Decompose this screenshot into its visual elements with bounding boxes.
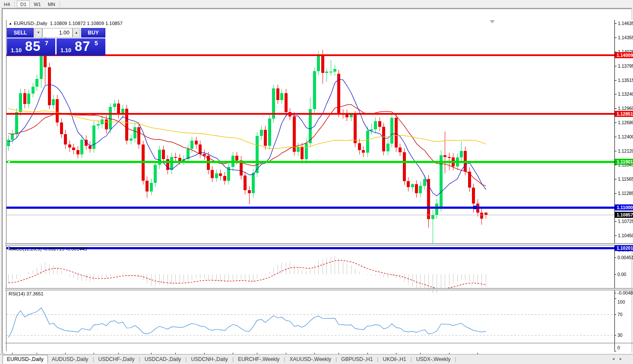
price-tick-label: 1.11565 <box>618 176 633 182</box>
tab-usdx-weekly[interactable]: USDX-,Weekly <box>412 355 455 364</box>
axis-divider <box>614 20 615 351</box>
macd-tick-mark <box>614 257 616 258</box>
price-tick-label: 1.11285 <box>618 191 633 196</box>
price-level-badge: 1.12851 <box>615 111 633 117</box>
price-tick-label: 1.13795 <box>618 63 633 69</box>
price-level-badge: 1.11000 <box>615 204 633 210</box>
sell-price-main: 85 <box>25 39 41 54</box>
rsi-axis-label: 100 <box>617 299 625 304</box>
tab-separator: | <box>455 356 456 362</box>
timeframe-button-d1[interactable]: D1 <box>17 0 30 8</box>
volume-increase-button[interactable]: ▲ <box>73 28 80 38</box>
tab-usdchf-daily[interactable]: USDCHF-,Daily <box>95 355 139 364</box>
tab-separator: | <box>335 356 337 362</box>
chart-title: ▲EURUSD-,Daily 1.10809 1.10872 1.10809 1… <box>9 21 123 26</box>
chart-symbol-label: EURUSD-,Daily <box>14 21 47 26</box>
panel-separator[interactable] <box>5 288 633 290</box>
price-tick-label: 1.12680 <box>618 120 633 125</box>
rsi-tick-mark <box>614 298 616 299</box>
tab-eurusd-daily[interactable]: EURUSD-,Daily <box>3 355 48 364</box>
toolbar-separator <box>60 1 60 7</box>
macd-axis-label: 0.00 <box>617 272 626 277</box>
chart-tab-bar: EURUSD-,DailyAUDUSD-,Daily|USDCHF-,Daily… <box>0 354 633 364</box>
macd-axis-label: -0.004806 <box>617 290 633 295</box>
chart-window: ▲EURUSD-,Daily 1.10809 1.10872 1.10809 1… <box>2 8 632 354</box>
macd-axis-label: 0.004517 <box>617 255 633 260</box>
sell-price-box[interactable]: 1.10 85 7 <box>7 38 55 56</box>
price-tick-mark <box>615 193 617 194</box>
symbol-triangle-icon: ▲ <box>9 22 12 25</box>
tab-separator: | <box>377 356 378 362</box>
tab-separator: | <box>411 356 412 362</box>
price-tick-label: 1.13240 <box>618 91 633 97</box>
timeframe-button-w1[interactable]: W1 <box>31 1 44 8</box>
price-level-badge: 1.11901 <box>615 159 633 165</box>
tab-separator: | <box>92 356 94 362</box>
price-tick-label: 1.10450 <box>618 233 633 238</box>
volume-decrease-button[interactable]: ▼ <box>35 28 42 38</box>
toolbar-separator <box>14 1 15 7</box>
tab-eurchf-weekly[interactable]: EURCHF-,Weekly <box>234 355 283 364</box>
tab-ukoil-h1[interactable]: UKOil-,H1 <box>379 355 410 364</box>
tab-separator: | <box>284 356 285 362</box>
volume-input[interactable]: 1.00 <box>42 28 73 38</box>
buy-price-prefix: 1.10 <box>60 47 71 53</box>
price-level-badge: 1.10857 <box>615 212 633 218</box>
buy-price-box[interactable]: 1.10 87 5 <box>57 38 105 56</box>
price-tick-label: 1.13515 <box>618 78 633 83</box>
chart-shift-marker-icon[interactable] <box>490 20 495 23</box>
tab-separator: | <box>185 356 187 362</box>
tab-usdcnh-daily[interactable]: USDCNH-,Daily <box>187 355 231 364</box>
date-axis-border <box>5 343 633 343</box>
price-tick-mark <box>615 122 617 123</box>
timeframe-toolbar: H4D1W1MN <box>0 0 633 8</box>
sell-button[interactable]: SELL <box>7 28 34 38</box>
price-tick-label: 1.14355 <box>618 35 633 40</box>
mt4-terminal: H4D1W1MN ▲EURUSD-,Daily 1.10809 1.10872 … <box>0 0 633 364</box>
trade-panel-controls: SELL ▼ 1.00 ▲ BUY <box>7 28 105 38</box>
rsi-tick-mark <box>614 351 616 351</box>
price-axis[interactable]: 1.146351.143551.140751.137951.135151.132… <box>615 20 633 251</box>
price-tick-label: 1.10725 <box>618 219 633 224</box>
price-tick-mark <box>615 221 617 222</box>
price-tick-label: 1.14635 <box>618 21 633 26</box>
price-level-badge: 1.14009 <box>615 52 633 58</box>
tab-scroll-left-icon[interactable]: ◂ <box>612 356 620 361</box>
tab-gbpusd-h1[interactable]: GBPUSD-,H1 <box>337 355 377 364</box>
macd-tick-mark <box>614 293 616 293</box>
rsi-tick-mark <box>614 335 616 336</box>
rsi-axis-label: 70 <box>617 312 623 317</box>
buy-price-main: 87 <box>75 39 90 54</box>
tab-separator: | <box>232 356 234 362</box>
price-tick-mark <box>615 38 617 38</box>
one-click-trade-panel: SELL ▼ 1.00 ▲ BUY 1.10 85 7 1.10 87 5 <box>7 28 105 56</box>
buy-button[interactable]: BUY <box>81 28 105 38</box>
price-tick-label: 1.12400 <box>618 134 633 139</box>
tab-usdcad-daily[interactable]: USDCAD-,Daily <box>141 355 185 364</box>
price-tick-mark <box>615 66 617 66</box>
rsi-axis-label: 30 <box>617 333 623 338</box>
price-tick-mark <box>615 165 617 165</box>
price-tick-mark <box>615 80 617 81</box>
rsi-value: 37.3651 <box>26 291 44 296</box>
price-level-badge: 1.10201 <box>615 245 633 251</box>
price-tick-mark <box>615 151 617 151</box>
chart-ohlc-values: 1.10809 1.10872 1.10809 1.10857 <box>50 21 123 26</box>
tab-scroll-right-icon[interactable]: ▸ <box>620 356 627 361</box>
price-tick-mark <box>615 235 617 236</box>
price-tick-mark <box>615 179 617 179</box>
price-tick-mark <box>615 108 617 109</box>
rsi-tick-mark <box>614 314 616 315</box>
macd-values: -0.002715 -0.001445 <box>43 246 87 251</box>
timeframe-button-h4[interactable]: H4 <box>1 1 13 8</box>
price-tick-label: 1.12960 <box>618 106 633 111</box>
macd-tick-mark <box>614 274 616 275</box>
rsi-axis-label: 0 <box>617 345 620 350</box>
timeframe-button-mn[interactable]: MN <box>45 1 58 8</box>
tab-audusd-daily[interactable]: AUDUSD-,Daily <box>48 355 92 364</box>
panel-separator[interactable] <box>5 243 633 245</box>
price-tick-mark <box>615 94 617 94</box>
buy-price-sup: 5 <box>95 40 98 47</box>
macd-label: MACD(12,26,9) -0.002715 -0.001445 <box>9 246 87 251</box>
tab-xauusd-weekly[interactable]: XAUUSD-,Weekly <box>285 355 335 364</box>
